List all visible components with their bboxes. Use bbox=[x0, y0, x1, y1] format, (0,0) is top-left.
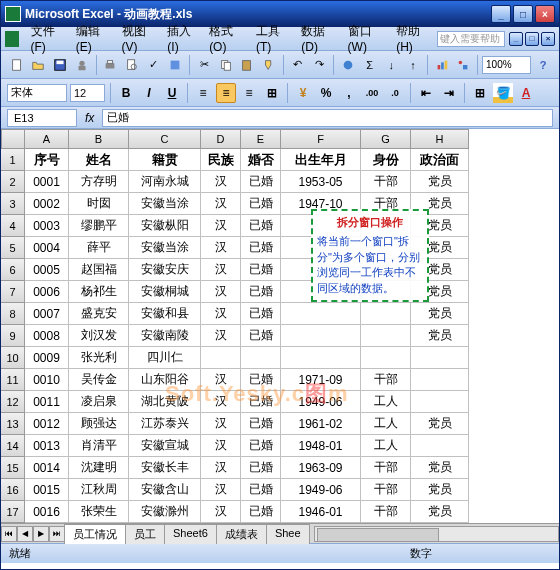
cell[interactable]: 汉 bbox=[201, 237, 241, 259]
cell[interactable]: 0013 bbox=[25, 435, 69, 457]
decrease-decimal-button[interactable]: .0 bbox=[385, 83, 405, 103]
cell[interactable]: 吴传金 bbox=[69, 369, 129, 391]
bold-button[interactable]: B bbox=[116, 83, 136, 103]
cell[interactable]: 0012 bbox=[25, 413, 69, 435]
menu-edit[interactable]: 编辑(E) bbox=[70, 21, 116, 56]
fx-icon[interactable]: fx bbox=[85, 111, 94, 125]
undo-button[interactable]: ↶ bbox=[288, 55, 308, 75]
cell[interactable]: 已婚 bbox=[241, 303, 281, 325]
cell[interactable]: 0016 bbox=[25, 501, 69, 523]
cell[interactable]: 河南永城 bbox=[129, 171, 201, 193]
increase-indent-button[interactable]: ⇥ bbox=[439, 83, 459, 103]
cell[interactable]: 赵国福 bbox=[69, 259, 129, 281]
row-header[interactable]: 4 bbox=[1, 215, 25, 237]
cell[interactable]: 民族 bbox=[201, 149, 241, 171]
cell[interactable]: 凌启泉 bbox=[69, 391, 129, 413]
cell[interactable]: 籍贯 bbox=[129, 149, 201, 171]
cell[interactable]: 党员 bbox=[411, 413, 469, 435]
paste-button[interactable] bbox=[238, 55, 258, 75]
cell[interactable] bbox=[361, 325, 411, 347]
copy-button[interactable] bbox=[216, 55, 236, 75]
save-button[interactable] bbox=[50, 55, 70, 75]
borders-button[interactable]: ⊞ bbox=[470, 83, 490, 103]
cell[interactable]: 汉 bbox=[201, 413, 241, 435]
cell[interactable]: 肖清平 bbox=[69, 435, 129, 457]
cell[interactable]: 汉 bbox=[201, 369, 241, 391]
cell[interactable]: 出生年月 bbox=[281, 149, 361, 171]
cell[interactable]: 已婚 bbox=[241, 325, 281, 347]
tab-next-button[interactable]: ▶ bbox=[33, 526, 49, 542]
cell[interactable]: 江苏泰兴 bbox=[129, 413, 201, 435]
menu-view[interactable]: 视图(V) bbox=[116, 21, 162, 56]
cell[interactable]: 汉 bbox=[201, 281, 241, 303]
cell[interactable]: 姓名 bbox=[69, 149, 129, 171]
align-center-button[interactable]: ≡ bbox=[216, 83, 236, 103]
sheet-tab[interactable]: 员工情况 bbox=[64, 524, 126, 544]
cell[interactable]: 0015 bbox=[25, 479, 69, 501]
select-all-corner[interactable] bbox=[1, 129, 25, 149]
cell[interactable]: 身份 bbox=[361, 149, 411, 171]
sheet-tab[interactable]: Shee bbox=[266, 524, 310, 544]
cell[interactable]: 0002 bbox=[25, 193, 69, 215]
drawing-button[interactable] bbox=[453, 55, 473, 75]
doc-minimize-button[interactable]: _ bbox=[509, 32, 523, 46]
cell[interactable]: 已婚 bbox=[241, 237, 281, 259]
cell[interactable]: 0004 bbox=[25, 237, 69, 259]
cell[interactable]: 安徽含山 bbox=[129, 479, 201, 501]
row-header[interactable]: 10 bbox=[1, 347, 25, 369]
row-header[interactable]: 6 bbox=[1, 259, 25, 281]
cell[interactable]: 0011 bbox=[25, 391, 69, 413]
cut-button[interactable]: ✂ bbox=[194, 55, 214, 75]
row-header[interactable]: 15 bbox=[1, 457, 25, 479]
percent-button[interactable]: % bbox=[316, 83, 336, 103]
col-header-H[interactable]: H bbox=[411, 129, 469, 149]
cell[interactable]: 已婚 bbox=[241, 435, 281, 457]
underline-button[interactable]: U bbox=[162, 83, 182, 103]
cell[interactable]: 0009 bbox=[25, 347, 69, 369]
cell[interactable]: 0005 bbox=[25, 259, 69, 281]
spell-button[interactable]: ✓ bbox=[144, 55, 164, 75]
row-header[interactable]: 16 bbox=[1, 479, 25, 501]
cell[interactable]: 1949-06 bbox=[281, 479, 361, 501]
cell[interactable]: 四川仁 bbox=[129, 347, 201, 369]
cell[interactable] bbox=[201, 347, 241, 369]
cell[interactable]: 干部 bbox=[361, 501, 411, 523]
preview-button[interactable] bbox=[122, 55, 142, 75]
cell[interactable]: 张荣生 bbox=[69, 501, 129, 523]
cell[interactable]: 1949-06 bbox=[281, 391, 361, 413]
cell[interactable]: 汉 bbox=[201, 171, 241, 193]
open-button[interactable] bbox=[29, 55, 49, 75]
cell[interactable]: 刘汉发 bbox=[69, 325, 129, 347]
print-button[interactable] bbox=[101, 55, 121, 75]
align-right-button[interactable]: ≡ bbox=[239, 83, 259, 103]
cell[interactable]: 汉 bbox=[201, 479, 241, 501]
cell[interactable]: 0006 bbox=[25, 281, 69, 303]
redo-button[interactable]: ↷ bbox=[309, 55, 329, 75]
comma-button[interactable]: , bbox=[339, 83, 359, 103]
align-left-button[interactable]: ≡ bbox=[193, 83, 213, 103]
row-header[interactable]: 13 bbox=[1, 413, 25, 435]
font-size-selector[interactable]: 12 bbox=[70, 84, 105, 102]
decrease-indent-button[interactable]: ⇤ bbox=[416, 83, 436, 103]
cell[interactable]: 山东阳谷 bbox=[129, 369, 201, 391]
cell[interactable]: 干部 bbox=[361, 369, 411, 391]
help-search-input[interactable]: 键入需要帮助 bbox=[437, 31, 505, 47]
font-color-button[interactable]: A bbox=[516, 83, 536, 103]
cell[interactable]: 工人 bbox=[361, 413, 411, 435]
cell[interactable]: 汉 bbox=[201, 435, 241, 457]
increase-decimal-button[interactable]: .00 bbox=[362, 83, 382, 103]
maximize-button[interactable]: □ bbox=[513, 5, 533, 23]
cell[interactable]: 党员 bbox=[411, 171, 469, 193]
sheet-tab[interactable]: 员工 bbox=[125, 524, 165, 544]
cell[interactable]: 薛平 bbox=[69, 237, 129, 259]
cell[interactable]: 安徽宣城 bbox=[129, 435, 201, 457]
cell[interactable]: 盛克安 bbox=[69, 303, 129, 325]
cell[interactable]: 1963-09 bbox=[281, 457, 361, 479]
cell[interactable]: 已婚 bbox=[241, 457, 281, 479]
tab-first-button[interactable]: ⏮ bbox=[1, 526, 17, 542]
cell[interactable]: 已婚 bbox=[241, 259, 281, 281]
cell[interactable]: 已婚 bbox=[241, 281, 281, 303]
row-header[interactable]: 1 bbox=[1, 149, 25, 171]
cell[interactable]: 党员 bbox=[411, 303, 469, 325]
doc-close-button[interactable]: × bbox=[541, 32, 555, 46]
